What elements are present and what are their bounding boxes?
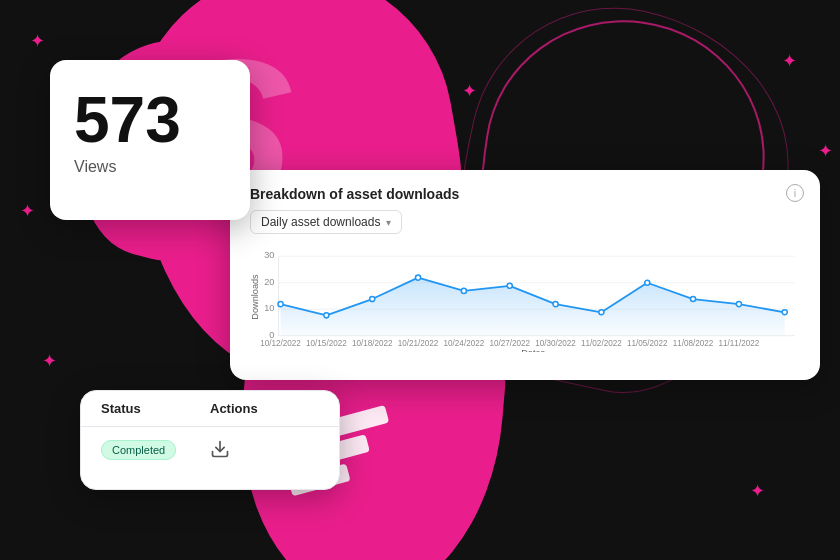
status-card-header: Status Actions xyxy=(81,391,339,427)
status-column-header: Status xyxy=(101,401,210,416)
dropdown-label: Daily asset downloads xyxy=(261,215,380,229)
chart-card: Breakdown of asset downloads i Daily ass… xyxy=(230,170,820,380)
data-point xyxy=(507,283,512,288)
svg-text:11/08/2022: 11/08/2022 xyxy=(673,339,714,348)
svg-text:10/18/2022: 10/18/2022 xyxy=(352,339,393,348)
data-point xyxy=(278,302,283,307)
status-card-body: Completed xyxy=(81,427,339,471)
download-icon xyxy=(210,439,230,459)
data-point xyxy=(370,296,375,301)
sparkle-icon: ✦ xyxy=(462,80,477,102)
svg-text:10: 10 xyxy=(264,303,274,313)
chart-area-fill xyxy=(281,278,785,336)
sparkle-icon: ✦ xyxy=(750,480,765,502)
data-point xyxy=(691,296,696,301)
chevron-down-icon: ▾ xyxy=(386,217,391,228)
svg-text:10/12/2022: 10/12/2022 xyxy=(260,339,301,348)
views-number: 573 xyxy=(74,88,226,152)
data-point xyxy=(416,275,421,280)
svg-text:11/02/2022: 11/02/2022 xyxy=(581,339,622,348)
y-axis-label: Downloads xyxy=(250,274,260,320)
svg-text:30: 30 xyxy=(264,250,274,260)
views-label: Views xyxy=(74,158,226,176)
chart-title: Breakdown of asset downloads xyxy=(250,186,800,202)
sparkle-icon: ✦ xyxy=(30,30,45,52)
data-point xyxy=(324,313,329,318)
chart-svg: Downloads 30 20 10 0 xyxy=(250,242,800,352)
svg-text:10/21/2022: 10/21/2022 xyxy=(398,339,439,348)
data-point xyxy=(782,310,787,315)
x-axis-label: Dates xyxy=(521,348,545,352)
sparkle-icon: ✦ xyxy=(408,430,423,452)
info-icon[interactable]: i xyxy=(786,184,804,202)
sparkle-icon: ✦ xyxy=(818,140,833,162)
svg-text:10/24/2022: 10/24/2022 xyxy=(444,339,485,348)
svg-text:10/15/2022: 10/15/2022 xyxy=(306,339,347,348)
svg-text:20: 20 xyxy=(264,277,274,287)
svg-text:11/05/2022: 11/05/2022 xyxy=(627,339,668,348)
sparkle-icon: ✦ xyxy=(42,350,57,372)
data-point xyxy=(736,302,741,307)
views-card: 573 Views xyxy=(50,60,250,220)
download-action-cell[interactable] xyxy=(210,439,319,459)
data-point xyxy=(599,310,604,315)
data-point xyxy=(461,288,466,293)
data-point xyxy=(553,302,558,307)
data-point xyxy=(645,280,650,285)
svg-text:11/11/2022: 11/11/2022 xyxy=(719,339,760,348)
status-value-cell: Completed xyxy=(101,440,210,458)
status-badge: Completed xyxy=(101,440,176,460)
sparkle-icon: ✦ xyxy=(782,50,797,72)
sparkle-icon: ✦ xyxy=(20,200,35,222)
svg-text:10/30/2022: 10/30/2022 xyxy=(535,339,576,348)
actions-column-header: Actions xyxy=(210,401,319,416)
chart-dropdown[interactable]: Daily asset downloads ▾ xyxy=(250,210,402,234)
svg-text:10/27/2022: 10/27/2022 xyxy=(489,339,530,348)
chart-area: Downloads 30 20 10 0 xyxy=(250,242,800,352)
status-actions-card: Status Actions Completed xyxy=(80,390,340,490)
